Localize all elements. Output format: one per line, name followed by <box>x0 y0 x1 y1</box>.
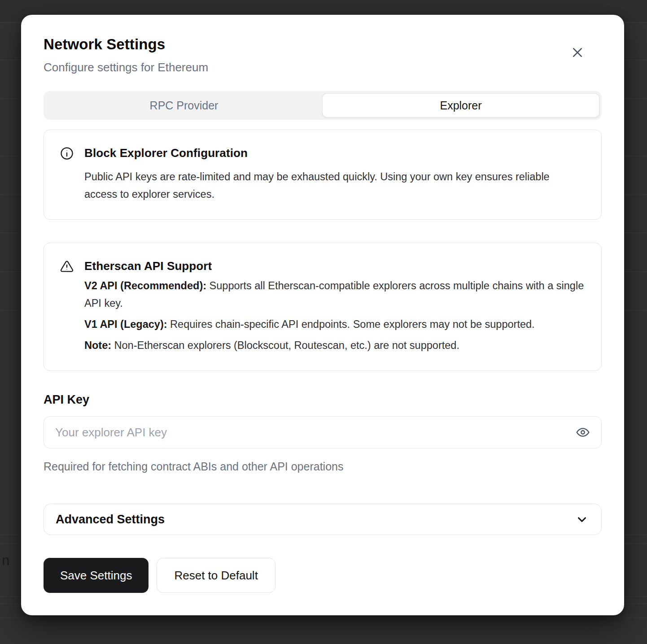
warning-item-note: Note: Non-Etherscan explorers (Blockscou… <box>84 337 585 354</box>
warning-card-title: Etherscan API Support <box>84 258 585 274</box>
network-settings-dialog: Network Settings Configure settings for … <box>21 15 624 615</box>
info-card-body: Public API keys are rate-limited and may… <box>84 168 582 203</box>
chevron-down-icon <box>575 513 589 526</box>
warning-icon <box>60 258 84 354</box>
warning-item-v2: V2 API (Recommended): Supports all Ether… <box>84 277 585 312</box>
reset-to-default-button[interactable]: Reset to Default <box>157 558 275 593</box>
save-settings-button[interactable]: Save Settings <box>44 558 149 593</box>
warning-item-v1: V1 API (Legacy): Requires chain-specific… <box>84 316 585 333</box>
close-button[interactable] <box>569 44 586 61</box>
eye-icon <box>576 425 590 439</box>
close-icon <box>571 46 584 59</box>
advanced-settings-toggle[interactable]: Advanced Settings <box>44 504 602 535</box>
api-key-label: API Key <box>44 392 602 407</box>
advanced-settings-label: Advanced Settings <box>56 513 165 527</box>
backdrop-row-divider <box>0 618 647 618</box>
toggle-visibility-button[interactable] <box>574 423 592 441</box>
tab-explorer[interactable]: Explorer <box>322 93 599 117</box>
info-card-title: Block Explorer Configuration <box>84 145 582 161</box>
api-key-field-wrapper <box>44 416 602 448</box>
backdrop-partial-text: n <box>2 553 9 569</box>
etherscan-api-support-card: Etherscan API Support V2 API (Recommende… <box>44 243 602 371</box>
info-icon <box>60 145 84 203</box>
dialog-title: Network Settings <box>44 35 602 53</box>
api-key-input[interactable] <box>44 416 602 448</box>
dialog-footer: Save Settings Reset to Default <box>44 558 602 593</box>
tab-bar: RPC Provider Explorer <box>44 91 602 120</box>
warning-item-note-text: Non-Etherscan explorers (Blockscout, Rou… <box>111 339 459 351</box>
api-key-helper-text: Required for fetching contract ABIs and … <box>44 460 602 473</box>
warning-item-note-label: Note: <box>84 339 111 351</box>
tab-rpc-provider[interactable]: RPC Provider <box>46 93 322 117</box>
warning-item-v2-label: V2 API (Recommended): <box>84 280 206 292</box>
warning-item-v1-text: Requires chain-specific API endpoints. S… <box>167 318 535 330</box>
block-explorer-configuration-card: Block Explorer Configuration Public API … <box>44 130 602 220</box>
warning-item-v1-label: V1 API (Legacy): <box>84 318 167 330</box>
dialog-subtitle: Configure settings for Ethereum <box>44 61 602 74</box>
